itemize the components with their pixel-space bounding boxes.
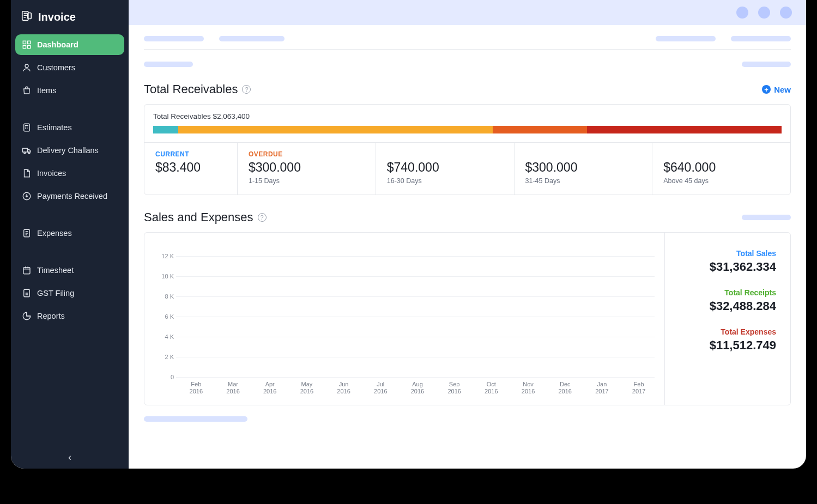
help-icon[interactable]: ? <box>258 213 267 222</box>
file-icon <box>22 168 32 178</box>
sidebar-item-gst-filing[interactable]: GST Filing <box>15 283 124 303</box>
brand-label: Invoice <box>38 11 76 23</box>
section-header-receivables: Total Receivables ? + New <box>144 67 791 104</box>
current-tag: CURRENT <box>155 150 226 158</box>
section-title: Total Receivables <box>144 82 238 96</box>
sidebar-item-label: Dashboard <box>37 40 78 49</box>
stat-label: Total Sales <box>665 249 776 258</box>
sidebar-item-label: Expenses <box>37 229 72 238</box>
grid-icon <box>22 40 32 50</box>
chevron-left-icon: ‹ <box>68 452 71 463</box>
section-title: Sales and Expenses <box>144 210 253 224</box>
sidebar-item-label: Items <box>37 86 56 95</box>
new-button[interactable]: + New <box>762 85 791 94</box>
topbar-action-1[interactable] <box>736 7 748 19</box>
sidebar-item-label: Delivery Challans <box>37 146 99 155</box>
sidebar-item-label: Reports <box>37 312 65 320</box>
bag-icon <box>22 86 32 95</box>
receipt-icon <box>22 228 32 238</box>
bucket-sub: Above 45 days <box>663 177 779 185</box>
footer-placeholder <box>144 416 791 422</box>
download-icon <box>22 191 32 201</box>
plus-icon: + <box>762 85 771 94</box>
overdue-tag: OVERDUE <box>249 150 365 158</box>
sidebar-item-estimates[interactable]: Estimates <box>15 117 124 138</box>
sidebar-item-label: Customers <box>37 63 75 72</box>
placeholder <box>742 215 791 220</box>
bucket-sub: 31-45 Days <box>525 177 642 185</box>
section-header-sales: Sales and Expenses ? <box>144 195 791 232</box>
sidebar-item-label: Estimates <box>37 123 72 132</box>
topbar <box>129 0 806 25</box>
sidebar-item-items[interactable]: Items <box>15 80 124 101</box>
sales-card: 02 K4 K6 K8 K10 K12 K Feb2016Mar2016Apr2… <box>144 232 791 405</box>
receivables-card: Total Receivables $2,063,400 CURRENT $83… <box>144 104 791 195</box>
sales-summary: Total Sales $31,362.334 Total Receipts $… <box>665 233 790 405</box>
sidebar: Invoice Dashboard Customers Items Estima… <box>11 0 129 469</box>
bucket-sub: 16-30 Days <box>387 177 503 185</box>
current-amount: $83.400 <box>155 160 226 175</box>
nav-primary: Dashboard Customers Items Estimates Deli… <box>15 34 124 326</box>
stat-total-expenses: Total Expenses $11,512.749 <box>665 327 776 353</box>
bucket-amount: $300.000 <box>525 160 642 175</box>
sidebar-item-customers[interactable]: Customers <box>15 57 124 78</box>
svg-point-6 <box>25 64 28 68</box>
stat-total-receipts: Total Receipts $32,488.284 <box>665 288 776 313</box>
receivables-overdue-2: $740.000 16-30 Days <box>376 142 514 195</box>
bucket-amount: $640.000 <box>663 160 779 175</box>
app-window: Invoice Dashboard Customers Items Estima… <box>11 0 806 469</box>
doc-icon <box>22 288 32 298</box>
bucket-amount: $740.000 <box>387 160 503 175</box>
svg-rect-7 <box>24 124 30 131</box>
pie-icon <box>22 311 32 321</box>
svg-rect-3 <box>28 41 31 44</box>
sidebar-item-label: Timesheet <box>37 266 74 275</box>
stat-total-sales: Total Sales $31,362.334 <box>665 249 776 274</box>
receivables-segment-bar <box>153 126 782 133</box>
topbar-action-3[interactable] <box>780 7 792 19</box>
svg-rect-2 <box>23 41 26 44</box>
svg-rect-5 <box>28 46 31 48</box>
svg-rect-4 <box>23 46 26 48</box>
receivables-current: CURRENT $83.400 <box>144 142 237 195</box>
sidebar-item-label: GST Filing <box>37 289 74 297</box>
truck-icon <box>22 145 32 155</box>
brand: Invoice <box>15 7 124 34</box>
sidebar-item-expenses[interactable]: Expenses <box>15 223 124 244</box>
sidebar-item-dashboard[interactable]: Dashboard <box>15 34 124 55</box>
user-icon <box>22 63 32 72</box>
sidebar-item-payments-received[interactable]: Payments Received <box>15 186 124 207</box>
breadcrumb-placeholder <box>144 25 791 50</box>
stat-value: $32,488.284 <box>665 299 776 313</box>
receivables-overdue-4: $640.000 Above 45 days <box>652 142 790 195</box>
receivables-grid: CURRENT $83.400 OVERDUE $300.000 1-15 Da… <box>144 142 790 195</box>
bucket-sub: 1-15 Days <box>249 177 365 185</box>
help-icon[interactable]: ? <box>242 85 251 94</box>
calendar-icon <box>22 265 32 275</box>
receivables-overdue-3: $300.000 31-45 Days <box>514 142 652 195</box>
svg-rect-8 <box>23 148 28 152</box>
new-label: New <box>774 85 791 94</box>
sidebar-item-label: Payments Received <box>37 192 107 201</box>
stat-value: $31,362.334 <box>665 260 776 274</box>
sidebar-item-reports[interactable]: Reports <box>15 306 124 326</box>
sidebar-item-timesheet[interactable]: Timesheet <box>15 260 124 281</box>
sidebar-collapse[interactable]: ‹ <box>11 452 129 463</box>
stat-label: Total Receipts <box>665 288 776 297</box>
subheader-placeholder <box>144 50 791 67</box>
receivables-overdue-1: OVERDUE $300.000 1-15 Days <box>237 142 376 195</box>
topbar-action-2[interactable] <box>758 7 770 19</box>
sidebar-item-label: Invoices <box>37 169 66 178</box>
sidebar-item-invoices[interactable]: Invoices <box>15 163 124 184</box>
main: Total Receivables ? + New Total Receivab… <box>129 0 806 469</box>
content: Total Receivables ? + New Total Receivab… <box>129 25 806 437</box>
sidebar-item-delivery-challans[interactable]: Delivery Challans <box>15 140 124 161</box>
calc-icon <box>22 123 32 132</box>
stat-label: Total Expenses <box>665 327 776 336</box>
stat-value: $11,512.749 <box>665 338 776 353</box>
bucket-amount: $300.000 <box>249 160 365 175</box>
svg-rect-13 <box>23 268 30 274</box>
svg-point-10 <box>28 152 30 154</box>
svg-point-9 <box>24 152 26 154</box>
receivables-total-label: Total Receivables $2,063,400 <box>153 112 782 120</box>
